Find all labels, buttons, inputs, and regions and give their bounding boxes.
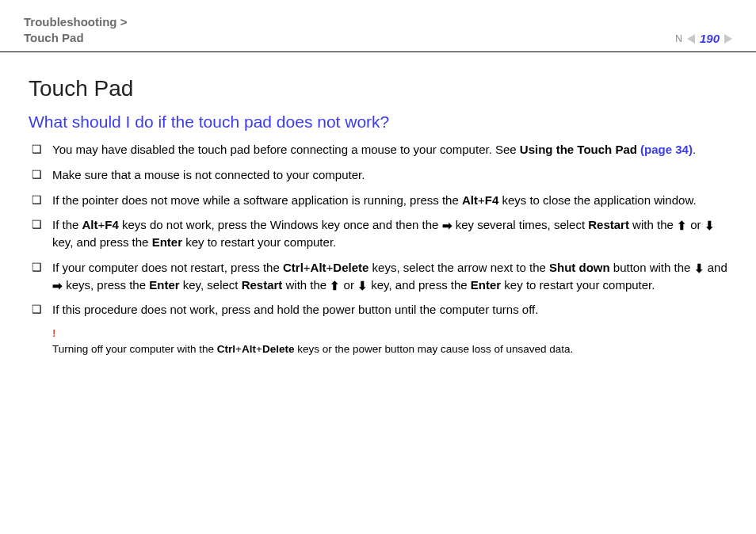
list-item: You may have disabled the touch pad befo… bbox=[29, 141, 727, 158]
arrow-down-icon: ⬇ bbox=[704, 219, 715, 231]
arrow-down-icon: ⬇ bbox=[694, 262, 704, 274]
key-ctrl: Ctrl bbox=[283, 261, 304, 274]
list-item: If the pointer does not move while a sof… bbox=[29, 192, 727, 209]
section-heading: What should I do if the touch pad does n… bbox=[29, 113, 727, 132]
n-indicator: N bbox=[675, 33, 682, 44]
text: Make sure that a mouse is not connected … bbox=[52, 168, 365, 181]
text: keys or the power button may cause loss … bbox=[294, 343, 573, 355]
page-title: Touch Pad bbox=[29, 76, 727, 101]
key-alt: Alt bbox=[311, 261, 326, 274]
text: keys, press the bbox=[63, 278, 149, 292]
text: or bbox=[687, 218, 704, 231]
text: key, and press the bbox=[368, 278, 471, 292]
text: keys to close the application window. bbox=[498, 193, 696, 207]
key-restart: Restart bbox=[588, 218, 629, 231]
text: with the bbox=[629, 218, 677, 231]
text: key several times, select bbox=[452, 218, 589, 231]
list-item: Make sure that a mouse is not connected … bbox=[29, 166, 727, 184]
text: key, and press the bbox=[52, 235, 152, 249]
plus: + bbox=[235, 343, 242, 355]
troubleshoot-list: You may have disabled the touch pad befo… bbox=[29, 141, 727, 318]
page-link[interactable]: (page 34) bbox=[640, 143, 693, 156]
breadcrumb-line1: Troubleshooting > bbox=[24, 15, 127, 29]
text: keys, select the arrow next to the bbox=[368, 261, 549, 274]
next-page-icon[interactable] bbox=[724, 34, 732, 44]
breadcrumb-line2: Touch Pad bbox=[24, 31, 84, 44]
breadcrumb: Troubleshooting > Touch Pad bbox=[24, 14, 127, 45]
text: key, select bbox=[180, 278, 242, 292]
arrow-down-icon: ⬇ bbox=[357, 280, 368, 292]
pager: N 190 bbox=[675, 32, 732, 45]
bold-text: Using the Touch Pad bbox=[520, 143, 640, 156]
key-restart: Restart bbox=[242, 278, 283, 292]
plus: + bbox=[478, 193, 485, 207]
document-page: Troubleshooting > Touch Pad N 190 Touch … bbox=[0, 0, 756, 534]
arrow-right-icon: ➡ bbox=[52, 280, 63, 292]
text: If this procedure does not work, press a… bbox=[52, 303, 538, 316]
text: or bbox=[340, 278, 357, 292]
page-number: 190 bbox=[700, 32, 720, 45]
list-item: If the Alt+F4 keys do not work, press th… bbox=[29, 216, 727, 251]
text: button with the bbox=[610, 261, 694, 274]
content: Touch Pad What should I do if the touch … bbox=[0, 52, 756, 357]
key-delete: Delete bbox=[333, 261, 368, 274]
text: You may have disabled the touch pad befo… bbox=[52, 143, 520, 156]
text: If your computer does not restart, press… bbox=[52, 261, 283, 274]
arrow-up-icon: ⬆ bbox=[330, 280, 340, 292]
text: If the bbox=[52, 218, 82, 231]
key-alt: Alt bbox=[462, 193, 478, 207]
key-enter: Enter bbox=[152, 235, 182, 249]
key-delete: Delete bbox=[262, 343, 295, 355]
text: keys do not work, press the Windows key … bbox=[119, 218, 442, 231]
plus: + bbox=[256, 343, 262, 355]
key-shut-down: Shut down bbox=[549, 261, 610, 274]
text: and bbox=[704, 261, 727, 274]
warning-note: ! Turning off your computer with the Ctr… bbox=[29, 326, 727, 357]
plus: + bbox=[98, 218, 105, 231]
key-alt: Alt bbox=[242, 343, 256, 355]
text: key to restart your computer. bbox=[182, 235, 336, 249]
key-enter: Enter bbox=[471, 278, 501, 292]
page-header: Troubleshooting > Touch Pad N 190 bbox=[0, 0, 756, 52]
text: Turning off your computer with the bbox=[52, 343, 217, 355]
key-ctrl: Ctrl bbox=[217, 343, 235, 355]
arrow-right-icon: ➡ bbox=[442, 219, 452, 231]
arrow-up-icon: ⬆ bbox=[677, 219, 687, 231]
key-f4: F4 bbox=[105, 218, 119, 231]
key-f4: F4 bbox=[485, 193, 499, 207]
text: with the bbox=[282, 278, 330, 292]
list-item: If this procedure does not work, press a… bbox=[29, 301, 727, 318]
text: . bbox=[693, 143, 696, 156]
plus: + bbox=[304, 261, 311, 274]
warning-icon: ! bbox=[52, 326, 727, 341]
key-enter: Enter bbox=[149, 278, 179, 292]
text: key to restart your computer. bbox=[501, 278, 655, 292]
key-alt: Alt bbox=[82, 218, 98, 231]
prev-page-icon[interactable] bbox=[687, 34, 695, 44]
text: If the pointer does not move while a sof… bbox=[52, 193, 462, 207]
list-item: If your computer does not restart, press… bbox=[29, 259, 727, 294]
